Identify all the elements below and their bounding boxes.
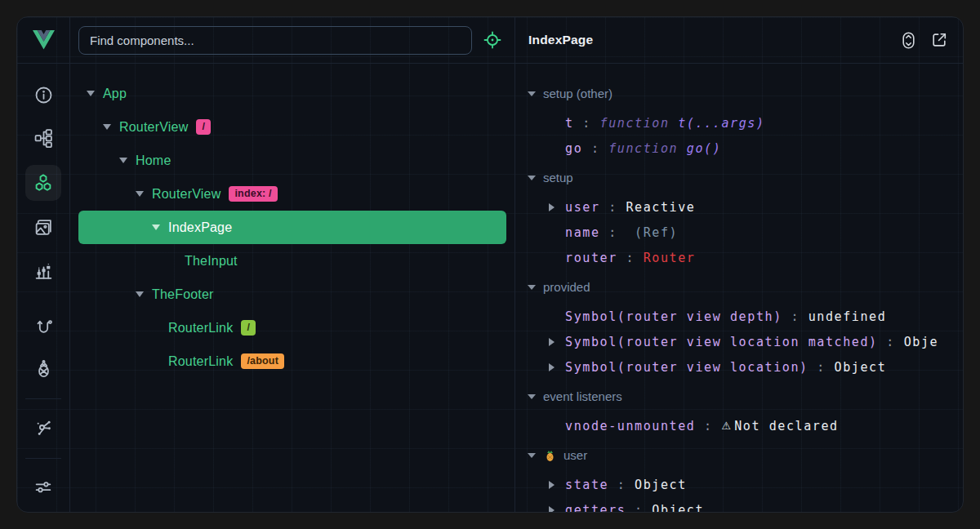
key-value-separator: : — [608, 478, 635, 492]
route-badge: index: / — [229, 186, 277, 202]
section-header[interactable]: event listeners — [515, 384, 963, 409]
collapse-arrow-icon[interactable] — [87, 91, 103, 96]
key-value-separator: : — [574, 116, 600, 131]
component-name: App — [103, 87, 127, 101]
sidebar-item-components[interactable] — [25, 165, 61, 201]
property-row[interactable]: Symbol(router view location matched) : O… — [515, 329, 963, 354]
route-badge: /about — [241, 353, 284, 370]
property-key: Symbol(router view location) — [565, 360, 808, 375]
state-section: setupuser : Reactivename : (Ref)router :… — [515, 165, 963, 270]
router-icon — [34, 317, 53, 336]
property-key: getters — [565, 503, 626, 513]
state-section: event listenersvnode-unmounted : ⚠ Not d… — [515, 384, 963, 438]
key-value-separator: : — [782, 309, 808, 324]
route-badge: / — [196, 119, 211, 136]
property-key: state — [565, 478, 608, 492]
section-title: user — [564, 448, 587, 462]
tree-row[interactable]: App — [78, 77, 506, 110]
key-value-separator: : — [626, 503, 652, 513]
pinia-store-icon — [543, 449, 556, 462]
route-badge: / — [241, 320, 256, 336]
component-name: RouterLink — [168, 354, 233, 369]
component-name: RouterLink — [168, 321, 233, 336]
tree-row[interactable]: Home — [78, 144, 506, 177]
tree-row[interactable]: RouterViewindex: / — [78, 177, 506, 211]
property-value: Router — [644, 251, 696, 265]
expand-arrow-icon[interactable] — [549, 363, 565, 371]
key-value-separator: : — [617, 251, 644, 265]
collapse-arrow-icon — [528, 394, 536, 399]
key-value-separator: : — [808, 360, 835, 375]
tree-row[interactable]: RouterLink/ — [78, 311, 506, 345]
vue-logo — [17, 17, 69, 64]
property-row[interactable]: user : Reactive — [515, 194, 963, 220]
property-key: user — [565, 200, 600, 215]
state-section: setup (other)t : function t(...args)go :… — [515, 81, 963, 161]
component-name: Home — [136, 153, 171, 168]
sidebar-item-pinia[interactable] — [25, 350, 61, 386]
scroll-to-component-icon[interactable] — [899, 31, 917, 49]
collapse-arrow-icon — [528, 176, 536, 180]
select-component-target-icon[interactable] — [483, 30, 502, 50]
collapse-arrow-icon[interactable] — [103, 124, 119, 130]
expand-arrow-icon[interactable] — [549, 338, 565, 346]
section-title: setup — [543, 171, 573, 184]
sidebar-item-info[interactable] — [25, 77, 61, 113]
collapse-arrow-icon[interactable] — [136, 191, 152, 197]
property-value: t(...args) — [678, 116, 764, 131]
sidebar-item-inspector-tree[interactable] — [25, 120, 61, 156]
property-row: go : function go() — [515, 136, 963, 161]
property-row[interactable]: Symbol(router view location) : Object — [515, 354, 963, 380]
property-value: Object — [635, 478, 687, 492]
sidebar-item-timeline[interactable] — [25, 253, 61, 289]
property-key: Symbol(router view depth) — [565, 309, 782, 324]
key-value-separator: : — [600, 225, 626, 240]
sidebar-item-graph[interactable] — [25, 409, 61, 445]
sidebar-divider — [25, 398, 61, 399]
search-input[interactable] — [78, 26, 472, 55]
key-value-separator: : — [582, 141, 608, 156]
property-row: t : function t(...args) — [515, 110, 963, 136]
tree-row[interactable]: TheInput — [78, 244, 506, 278]
open-in-editor-icon[interactable] — [930, 31, 948, 49]
section-header[interactable]: user — [515, 442, 963, 468]
inspector-title: IndexPage — [528, 33, 593, 47]
property-row[interactable]: state : Object — [515, 472, 963, 497]
collapse-arrow-icon[interactable] — [119, 158, 136, 163]
tree-row[interactable]: RouterLink/about — [78, 345, 506, 378]
key-value-separator: : — [600, 200, 626, 215]
property-row: router : Router — [515, 245, 963, 270]
expand-arrow-icon[interactable] — [549, 506, 565, 513]
property-row[interactable]: getters : Object — [515, 497, 963, 512]
property-value: function — [600, 116, 679, 131]
collapse-arrow-icon — [528, 453, 536, 458]
expand-arrow-icon[interactable] — [549, 481, 565, 489]
component-tree-panel: AppRouterView/HomeRouterViewindex: /Inde… — [70, 17, 515, 512]
sidebar — [17, 17, 70, 512]
property-row: Symbol(router view depth) : undefined — [515, 304, 963, 329]
section-title: setup (other) — [543, 87, 612, 100]
state-section: providedSymbol(router view depth) : unde… — [515, 274, 963, 380]
sidebar-item-router[interactable] — [25, 308, 61, 344]
tree-row[interactable]: TheFooter — [78, 278, 506, 311]
property-key: t — [565, 116, 574, 131]
expand-arrow-icon[interactable] — [549, 203, 565, 211]
property-value: Obje — [904, 335, 939, 349]
component-name: RouterView — [152, 187, 220, 202]
property-key: go — [565, 141, 582, 156]
component-name: TheFooter — [152, 287, 214, 302]
sidebar-item-assets[interactable] — [25, 209, 61, 245]
collapse-arrow-icon[interactable] — [152, 224, 168, 230]
collapse-arrow-icon — [528, 285, 536, 290]
sidebar-divider — [25, 458, 61, 459]
tree-row[interactable]: RouterView/ — [78, 110, 506, 144]
component-name: TheInput — [185, 254, 238, 269]
tree-row[interactable]: IndexPage — [78, 211, 506, 244]
section-header[interactable]: setup — [515, 165, 963, 190]
info-icon — [34, 86, 53, 104]
section-header[interactable]: provided — [515, 274, 963, 300]
section-header[interactable]: setup (other) — [515, 81, 963, 106]
component-name: RouterView — [119, 120, 188, 135]
collapse-arrow-icon[interactable] — [136, 291, 152, 297]
sidebar-item-settings[interactable] — [25, 469, 61, 505]
